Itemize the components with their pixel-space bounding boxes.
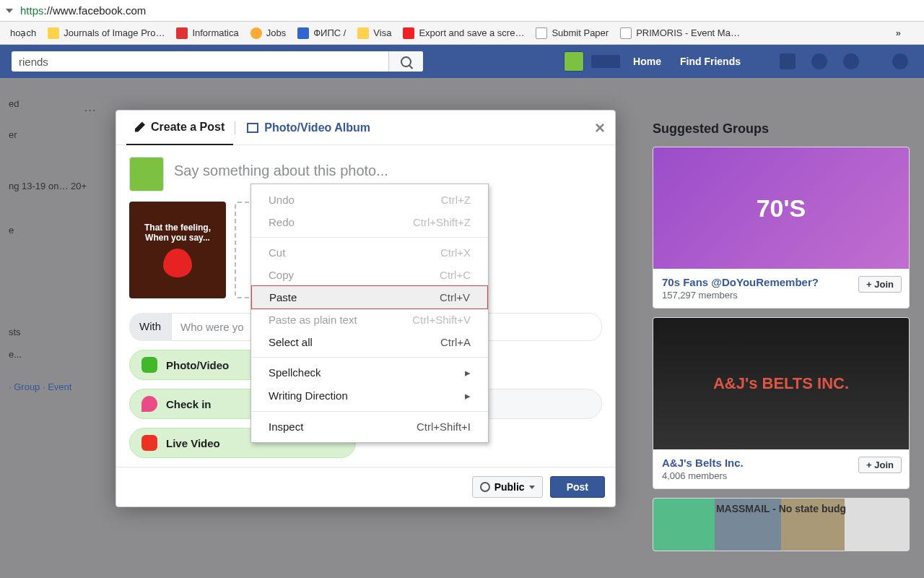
close-button[interactable]: × <box>595 118 605 138</box>
menu-separator <box>251 357 488 358</box>
submenu-arrow-icon: ▸ <box>465 366 471 379</box>
pencil-icon <box>135 122 145 132</box>
search-icon <box>401 56 411 67</box>
group-banner: 70'S <box>653 147 909 269</box>
bookmark-item[interactable]: ФИПС / <box>292 25 352 42</box>
menu-item-paste[interactable]: PasteCtrl+V <box>251 285 488 309</box>
folder-icon <box>357 27 369 39</box>
flower-image <box>163 249 192 277</box>
location-icon <box>141 396 157 412</box>
submenu-arrow-icon: ▸ <box>465 389 471 402</box>
live-icon <box>141 435 157 451</box>
bookmark-item[interactable]: hoạch <box>4 25 42 42</box>
bookmark-item[interactable]: Submit Paper <box>530 25 614 42</box>
rail-title: Suggested Groups <box>653 121 910 137</box>
bookmark-item[interactable]: Informatica <box>170 25 244 42</box>
site-icon <box>536 27 547 39</box>
site-icon <box>620 27 632 39</box>
menu-separator <box>251 411 488 412</box>
group-banner: MASSMAIL - No state budg <box>653 499 909 551</box>
tab-create-post[interactable]: Create a Post <box>126 111 233 145</box>
group-card[interactable]: MASSMAIL - No state budg <box>653 498 910 551</box>
menu-item-copy: CopyCtrl+C <box>251 264 488 286</box>
messages-icon[interactable] <box>811 53 827 69</box>
menu-item-paste-as-plain-text: Paste as plain textCtrl+Shift+V <box>251 309 488 331</box>
post-button[interactable]: Post <box>550 476 605 498</box>
group-card[interactable]: A&J's BELTS INC. A&J's Belts Inc. 4,006 … <box>653 317 910 489</box>
modal-header: Create a Post Photo/Video Album × <box>116 111 615 145</box>
search-box[interactable]: riends <box>12 51 423 72</box>
photo-thumbnail[interactable]: That the feeling, When you say... <box>129 202 226 298</box>
menu-separator <box>251 237 488 238</box>
bookmark-item[interactable]: PRIMORIS - Event Ma… <box>614 25 746 42</box>
username-obscured[interactable] <box>591 55 620 68</box>
group-card[interactable]: 70'S 70s Fans @DoYouRemember? 157,297 me… <box>653 147 910 309</box>
privacy-selector[interactable]: Public <box>472 476 543 498</box>
help-icon[interactable] <box>892 53 908 69</box>
menu-item-spellcheck[interactable]: Spellcheck▸ <box>251 361 488 384</box>
context-menu: UndoCtrl+ZRedoCtrl+Shift+ZCutCtrl+XCopyC… <box>250 184 489 443</box>
divider <box>235 121 235 134</box>
search-input[interactable]: riends <box>12 56 388 68</box>
nav-home[interactable]: Home <box>627 56 667 67</box>
facebook-header: riends Home Find Friends <box>0 45 924 78</box>
url-text[interactable]: https://www.facebook.com <box>20 4 918 17</box>
site-icon <box>403 27 414 39</box>
avatar[interactable] <box>564 51 584 72</box>
friend-requests-icon[interactable] <box>780 53 796 69</box>
site-icon <box>176 27 188 39</box>
folder-icon <box>48 27 59 39</box>
bookmark-item[interactable]: Jobs <box>245 25 292 42</box>
nav-find-friends[interactable]: Find Friends <box>674 56 746 67</box>
modal-footer: Public Post <box>116 467 615 506</box>
with-label: With <box>129 313 171 341</box>
menu-item-inspect[interactable]: InspectCtrl+Shift+I <box>251 415 488 438</box>
menu-item-undo: UndoCtrl+Z <box>251 189 488 211</box>
bookmark-item[interactable]: Journals of Image Pro… <box>42 25 170 42</box>
menu-item-writing-direction[interactable]: Writing Direction▸ <box>251 384 488 407</box>
avatar <box>129 157 164 191</box>
menu-item-select-all[interactable]: Select allCtrl+A <box>251 331 488 353</box>
bookmark-item[interactable]: Export and save a scre… <box>397 25 530 42</box>
join-button[interactable]: Join <box>858 457 902 473</box>
suggested-groups-rail: Suggested Groups 70'S 70s Fans @DoYouRem… <box>638 110 924 571</box>
url-dropdown-icon[interactable] <box>6 9 13 13</box>
search-button[interactable] <box>388 51 423 72</box>
group-banner: A&J's BELTS INC. <box>653 318 909 449</box>
menu-item-cut: CutCtrl+X <box>251 241 488 264</box>
tab-photo-album[interactable]: Photo/Video Album <box>237 121 380 134</box>
site-icon <box>250 27 262 39</box>
menu-item-redo: RedoCtrl+Shift+Z <box>251 211 488 233</box>
site-icon <box>297 27 309 39</box>
bookmark-item[interactable]: Visa <box>352 25 397 42</box>
notifications-icon[interactable] <box>843 53 859 69</box>
caret-down-icon <box>529 486 535 489</box>
browser-address-bar[interactable]: https://www.facebook.com <box>0 0 924 22</box>
left-sidebar: ed... er ng 13-19 on… 20+ e sts e... · G… <box>0 78 108 413</box>
album-icon <box>247 123 258 133</box>
globe-icon <box>480 482 490 492</box>
photo-icon <box>141 357 157 373</box>
bookmarks-overflow[interactable]: » <box>889 27 908 38</box>
bookmarks-bar: hoạch Journals of Image Pro… Informatica… <box>0 22 924 45</box>
join-button[interactable]: Join <box>858 276 902 293</box>
